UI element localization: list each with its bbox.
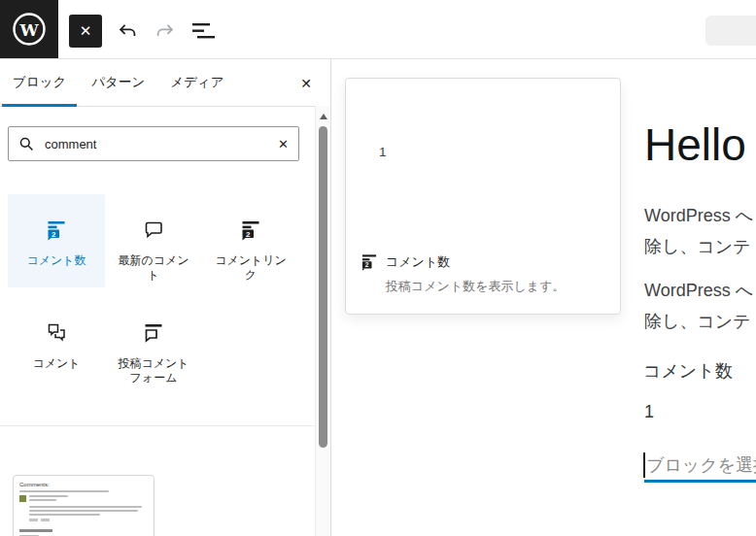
- block-inserter-panel: ブロック パターン メディア ✕ ✕: [0, 59, 331, 536]
- undo-icon: [117, 21, 137, 42]
- tab-blocks[interactable]: ブロック: [0, 59, 79, 106]
- paragraph-line: 除し、コンテ: [644, 231, 753, 262]
- block-appender-placeholder[interactable]: ブロックを選択するには「/」を入力: [646, 453, 756, 477]
- search-icon: [18, 136, 35, 152]
- comment-count-value-block[interactable]: 1: [644, 402, 654, 422]
- block-item-label: コメントリンク: [212, 253, 290, 283]
- svg-text:W: W: [18, 20, 39, 40]
- inserter-tab-bar: ブロック パターン メディア ✕: [0, 59, 330, 107]
- block-item-label: コメント数: [26, 253, 86, 268]
- redo-button[interactable]: [148, 14, 183, 49]
- wordpress-logo-icon: W: [10, 10, 49, 49]
- scrollbar-up-arrow[interactable]: [320, 114, 327, 119]
- list-view-button[interactable]: [187, 14, 222, 49]
- block-item-label: コメント: [32, 356, 80, 371]
- clear-search-button[interactable]: ✕: [278, 137, 289, 151]
- block-card-title: コメント数: [386, 253, 450, 271]
- panel-section-divider: [0, 425, 315, 426]
- pattern-preview-card[interactable]: Comments:: [13, 475, 155, 536]
- paragraph-line: WordPress へ: [644, 200, 753, 231]
- block-preview-sample: 1: [379, 145, 387, 159]
- close-inserter-button[interactable]: ✕: [293, 71, 319, 96]
- block-item-comment-count[interactable]: 2 コメント数: [8, 194, 105, 287]
- selected-block-underline: [644, 480, 756, 483]
- wordpress-block-editor: W ✕ ブロック パターン: [0, 0, 756, 536]
- tab-patterns[interactable]: パターン: [79, 59, 157, 106]
- block-item-post-comments-form[interactable]: 投稿コメントフォーム: [105, 297, 202, 390]
- redo-icon: [155, 21, 176, 42]
- block-preview-popover: 1 2 コメント数 投稿コメント数を表示します。: [345, 78, 621, 315]
- comments-icon: [45, 320, 68, 344]
- pattern-preview-subheading: [19, 529, 52, 532]
- scrollbar-thumb[interactable]: [319, 126, 327, 448]
- post-comments-count-icon: 2: [360, 251, 379, 271]
- wordpress-logo[interactable]: W: [0, 0, 58, 58]
- list-view-icon: [192, 22, 216, 40]
- header-action-placeholder: [705, 16, 756, 46]
- panel-scrollbar[interactable]: [315, 106, 330, 536]
- latest-comments-icon: [142, 218, 165, 241]
- comments-link-icon: 2: [239, 218, 262, 241]
- text-caret: [643, 452, 645, 478]
- post-comments-form-icon: [142, 320, 165, 344]
- paragraph-block[interactable]: WordPress へ 除し、コンテ: [644, 200, 753, 262]
- close-icon: ✕: [300, 76, 312, 91]
- search-input[interactable]: [43, 136, 270, 152]
- close-icon: ✕: [80, 22, 92, 40]
- pattern-preview-comment-row: [19, 495, 148, 503]
- close-icon: ✕: [278, 137, 289, 151]
- block-item-latest-comments[interactable]: 最新のコメント: [105, 194, 202, 287]
- block-item-comments[interactable]: コメント: [8, 297, 105, 390]
- undo-button[interactable]: [109, 14, 144, 49]
- block-item-label: 最新のコメント: [115, 253, 192, 283]
- svg-text:2: 2: [365, 262, 369, 269]
- block-card-description: 投稿コメント数を表示します。: [386, 278, 565, 295]
- tab-media[interactable]: メディア: [157, 59, 236, 106]
- editor-top-bar: W ✕: [0, 0, 756, 59]
- paragraph-block[interactable]: WordPress へ 除し、コンテ: [644, 275, 753, 337]
- block-inserter-toggle-button[interactable]: ✕: [69, 15, 102, 48]
- svg-text:2: 2: [52, 230, 56, 239]
- post-title[interactable]: Hello: [644, 118, 746, 171]
- svg-text:2: 2: [246, 230, 251, 239]
- paragraph-line: 除し、コンテ: [644, 306, 753, 337]
- block-item-label: 投稿コメントフォーム: [115, 356, 192, 385]
- avatar: [19, 495, 26, 502]
- comment-count-label-block[interactable]: コメント数: [643, 359, 733, 383]
- block-search-box: ✕: [8, 126, 299, 161]
- pattern-preview-buttons: [29, 519, 148, 521]
- pattern-preview-heading: Comments:: [19, 482, 148, 487]
- pattern-preview-line: [19, 490, 109, 492]
- post-comments-count-icon: 2: [45, 218, 68, 241]
- block-item-comments-link[interactable]: 2 コメントリンク: [202, 194, 299, 287]
- paragraph-line: WordPress へ: [644, 275, 753, 306]
